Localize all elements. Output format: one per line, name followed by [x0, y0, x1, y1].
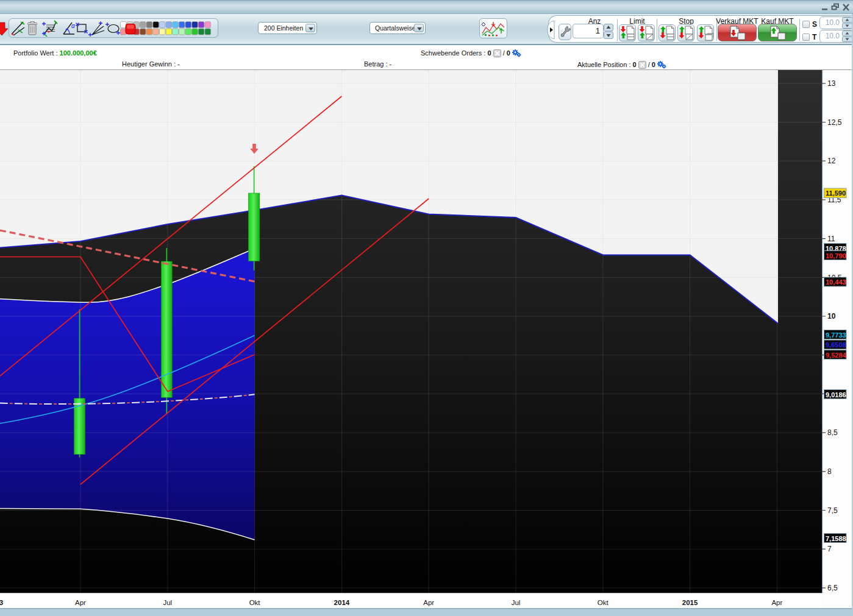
- svg-text:12,5: 12,5: [827, 118, 842, 127]
- svg-text:6,5: 6,5: [827, 584, 838, 592]
- svg-text:9,6508: 9,6508: [826, 341, 846, 349]
- svg-text:8,5: 8,5: [827, 428, 838, 437]
- svg-text:12: 12: [827, 157, 836, 165]
- svg-text:10: 10: [827, 312, 836, 320]
- svg-text:13: 13: [827, 79, 836, 88]
- svg-text:7,1588: 7,1588: [826, 535, 846, 542]
- svg-text:7: 7: [827, 545, 832, 553]
- svg-text:2015: 2015: [682, 599, 698, 606]
- svg-text:Jul: Jul: [512, 599, 521, 606]
- svg-text:2014: 2014: [334, 599, 350, 606]
- svg-text:9,7733: 9,7733: [826, 331, 846, 339]
- svg-text:Apr: Apr: [423, 599, 434, 606]
- svg-text:11,590: 11,590: [826, 189, 846, 197]
- svg-text:8: 8: [827, 467, 832, 476]
- svg-text:Apr: Apr: [771, 599, 782, 606]
- svg-text:10,443: 10,443: [826, 278, 846, 286]
- svg-text:Jul: Jul: [163, 599, 172, 606]
- svg-text:9,5284: 9,5284: [826, 352, 847, 359]
- svg-text:3: 3: [0, 599, 3, 606]
- svg-text:10,790: 10,790: [826, 252, 846, 260]
- svg-text:Apr: Apr: [75, 599, 86, 606]
- svg-text:11: 11: [827, 235, 835, 243]
- svg-text:Okt: Okt: [249, 599, 261, 606]
- svg-text:9,0186: 9,0186: [826, 391, 846, 398]
- svg-text:Okt: Okt: [598, 599, 609, 606]
- svg-text:7,5: 7,5: [827, 506, 838, 515]
